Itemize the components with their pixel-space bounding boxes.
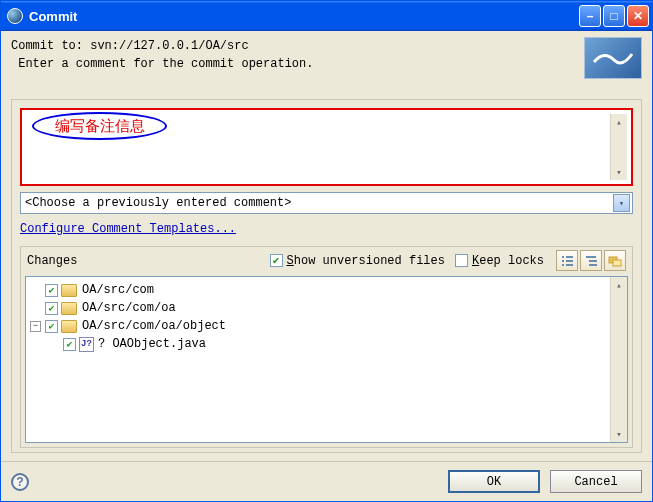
show-unversioned-checkbox[interactable]: ✔ Show unversioned files	[270, 254, 445, 268]
previous-comment-dropdown[interactable]: <Choose a previously entered comment> ▾	[20, 192, 633, 214]
commit-dialog: Commit – □ ✕ Commit to: svn://127.0.0.1/…	[0, 0, 653, 502]
commit-to-label: Commit to: svn://127.0.0.1/OA/src	[11, 37, 576, 55]
main-panel: ▴ ▾ 编写备注信息 <Choose a previously entered …	[11, 99, 642, 453]
chevron-down-icon[interactable]: ▾	[613, 194, 630, 212]
tree-item-label: OA/src/com/oa	[82, 301, 176, 315]
comment-textarea-frame: ▴ ▾ 编写备注信息	[20, 108, 633, 186]
changes-tree[interactable]: ✔OA/src/com✔OA/src/com/oa−✔OA/src/com/oa…	[25, 276, 628, 443]
tree-row[interactable]: ✔OA/src/com	[30, 281, 606, 299]
comment-scrollbar[interactable]: ▴ ▾	[610, 114, 627, 180]
minimize-button[interactable]: –	[579, 5, 601, 27]
app-icon	[7, 8, 23, 24]
previous-comment-placeholder: <Choose a previously entered comment>	[25, 196, 613, 210]
cancel-button[interactable]: Cancel	[550, 470, 642, 493]
tree-row[interactable]: ✔OA/src/com/oa	[30, 299, 606, 317]
scroll-down-icon[interactable]: ▾	[611, 164, 627, 180]
flat-list-button[interactable]	[556, 250, 578, 271]
tree-icon	[585, 255, 598, 267]
ok-button[interactable]: OK	[448, 470, 540, 493]
tree-scrollbar[interactable]: ▴ ▾	[610, 277, 627, 442]
folder-icon	[61, 284, 77, 297]
java-file-icon: J?	[79, 337, 94, 352]
tree-item-label: OA/src/com/oa/object	[82, 319, 226, 333]
tree-row[interactable]: ✔J?? OAObject.java	[30, 335, 606, 353]
keep-locks-checkbox[interactable]: Keep locks	[455, 254, 544, 268]
folder-icon	[61, 320, 77, 333]
configure-templates-link[interactable]: Configure Comment Templates...	[20, 222, 633, 236]
changes-panel: Changes ✔ Show unversioned files Keep lo…	[20, 246, 633, 448]
window-title: Commit	[29, 9, 579, 24]
changes-label: Changes	[27, 254, 77, 268]
compressed-tree-button[interactable]	[604, 250, 626, 271]
checkbox-checked-icon[interactable]: ✔	[45, 284, 58, 297]
list-icon	[561, 255, 574, 267]
close-button[interactable]: ✕	[627, 5, 649, 27]
help-button[interactable]: ?	[11, 473, 29, 491]
checkbox-checked-icon[interactable]: ✔	[45, 320, 58, 333]
maximize-button[interactable]: □	[603, 5, 625, 27]
footer: ? OK Cancel	[1, 461, 652, 501]
scroll-up-icon[interactable]: ▴	[611, 114, 627, 130]
tree-item-label: ? OAObject.java	[98, 337, 206, 351]
scroll-down-icon[interactable]: ▾	[611, 426, 627, 442]
folder-icon	[61, 302, 77, 315]
tree-list-button[interactable]	[580, 250, 602, 271]
checkbox-checked-icon: ✔	[270, 254, 283, 267]
checkbox-unchecked-icon	[455, 254, 468, 267]
checkbox-checked-icon[interactable]: ✔	[45, 302, 58, 315]
comment-textarea[interactable]	[26, 114, 610, 180]
instruction-label: Enter a comment for the commit operation…	[11, 55, 576, 73]
header-text: Commit to: svn://127.0.0.1/OA/src Enter …	[11, 37, 576, 73]
svg-rect-10	[613, 260, 621, 266]
tree-item-label: OA/src/com	[82, 283, 154, 297]
checkbox-checked-icon[interactable]: ✔	[63, 338, 76, 351]
brand-logo	[584, 37, 642, 79]
collapse-icon[interactable]: −	[30, 321, 41, 332]
titlebar[interactable]: Commit – □ ✕	[1, 1, 652, 31]
tree-row[interactable]: −✔OA/src/com/oa/object	[30, 317, 606, 335]
scroll-up-icon[interactable]: ▴	[611, 277, 627, 293]
folders-icon	[608, 255, 622, 267]
client-area: Commit to: svn://127.0.0.1/OA/src Enter …	[1, 31, 652, 461]
